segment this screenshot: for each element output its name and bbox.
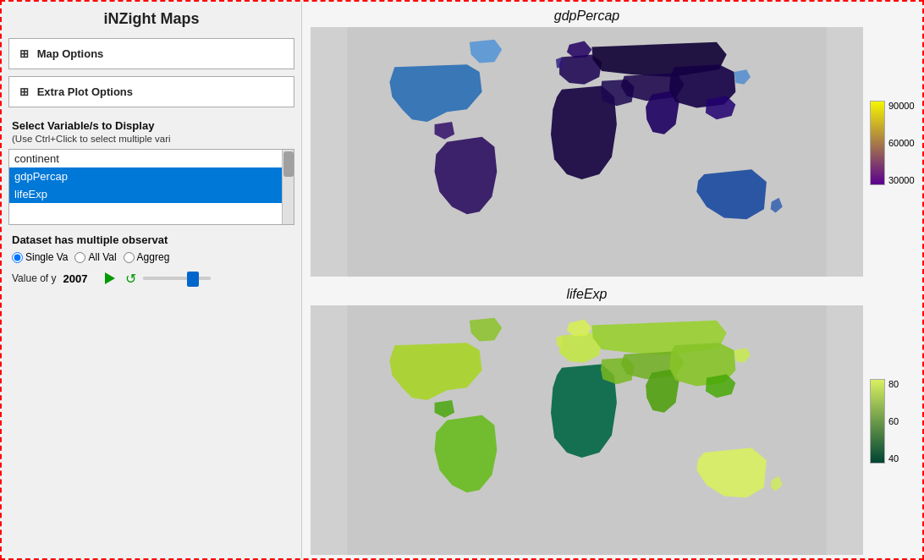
legend-labels-lifeexp: 80 60 40 — [888, 379, 899, 464]
select-variable-sub: (Use Ctrl+Click to select multiple vari — [2, 134, 301, 147]
legend-gradient-gdppercap — [870, 101, 885, 185]
legend-label-60: 60 — [888, 416, 899, 426]
radio-single-value-label[interactable]: Single Va — [12, 251, 68, 263]
variable-item-continent[interactable]: continent — [9, 150, 294, 167]
slider-thumb[interactable] — [187, 272, 199, 287]
radio-aggregate-label[interactable]: Aggreg — [124, 251, 170, 263]
legend-label-40: 40 — [888, 453, 899, 464]
radio-row: Single Va All Val Aggreg — [2, 250, 301, 265]
dataset-label: Dataset has multiple observat — [2, 227, 301, 250]
radio-all-values[interactable] — [74, 252, 85, 263]
radio-single-value[interactable] — [12, 252, 23, 263]
scrollbar-thumb — [283, 151, 294, 177]
variable-item-gdppercap[interactable]: gdpPercap — [9, 167, 294, 185]
map-section-gdppercap: gdpPercap — [302, 2, 922, 280]
value-of-y-label: Value of y — [12, 272, 56, 284]
map-title-gdppercap: gdpPercap — [554, 8, 619, 24]
extra-plot-expand-icon: ⊞ — [19, 85, 29, 98]
play-button[interactable] — [102, 270, 118, 287]
legend-labels-gdppercap: 90000 60000 30000 — [888, 101, 915, 185]
world-map-lifeexp-svg — [311, 305, 863, 555]
legend-label-90000: 90000 — [888, 101, 915, 111]
radio-aggregate[interactable] — [124, 252, 135, 263]
app-title: iNZight Maps — [2, 2, 301, 35]
map-title-lifeexp: lifeExp — [566, 287, 607, 302]
legend-label-80: 80 — [888, 379, 899, 389]
variable-list-container: continent gdpPercap lifeExp — [8, 149, 294, 225]
left-panel: iNZight Maps ⊞ Map Options ⊞ Extra Plot … — [2, 2, 302, 558]
radio-all-values-text: All Val — [88, 251, 116, 263]
map-options-expand-icon: ⊞ — [19, 47, 29, 60]
variable-item-lifeexp[interactable]: lifeExp — [9, 185, 294, 203]
map-canvas-lifeexp — [311, 305, 863, 555]
play-icon — [105, 272, 115, 284]
value-row: Value of y 2007 ↺ — [2, 265, 301, 290]
map-options-box[interactable]: ⊞ Map Options — [8, 38, 294, 69]
map-wrapper-gdppercap: gdpPercap — [311, 8, 863, 277]
legend-label-30000: 30000 — [888, 175, 915, 185]
radio-all-values-label[interactable]: All Val — [74, 251, 116, 263]
variable-list[interactable]: continent gdpPercap lifeExp — [9, 150, 294, 224]
extra-plot-options-label: Extra Plot Options — [37, 85, 133, 98]
map-section-lifeexp: lifeExp — [302, 280, 922, 558]
select-variable-heading: Select Variable/s to Display — [2, 111, 301, 134]
map-wrapper-lifeexp: lifeExp — [311, 287, 863, 555]
refresh-icon[interactable]: ↺ — [125, 271, 136, 287]
year-slider[interactable] — [143, 277, 211, 280]
year-display: 2007 — [63, 272, 95, 285]
radio-single-value-text: Single Va — [25, 251, 68, 263]
map-canvas-gdppercap — [311, 27, 863, 277]
legend-panel-gdppercap: 90000 60000 30000 — [863, 8, 914, 277]
world-map-gdppercap-svg — [311, 27, 863, 277]
legend-label-60000: 60000 — [888, 138, 915, 148]
slider-fill — [143, 277, 211, 280]
legend-gradient-lifeexp — [870, 379, 885, 464]
slider-container[interactable] — [143, 277, 291, 280]
legend-panel-lifeexp: 80 60 40 — [863, 287, 914, 555]
variable-list-scrollbar[interactable] — [282, 150, 294, 224]
right-panel: gdpPercap — [302, 2, 922, 558]
map-options-label: Map Options — [37, 47, 104, 60]
extra-plot-options-box[interactable]: ⊞ Extra Plot Options — [8, 76, 294, 107]
radio-aggregate-text: Aggreg — [137, 251, 170, 263]
